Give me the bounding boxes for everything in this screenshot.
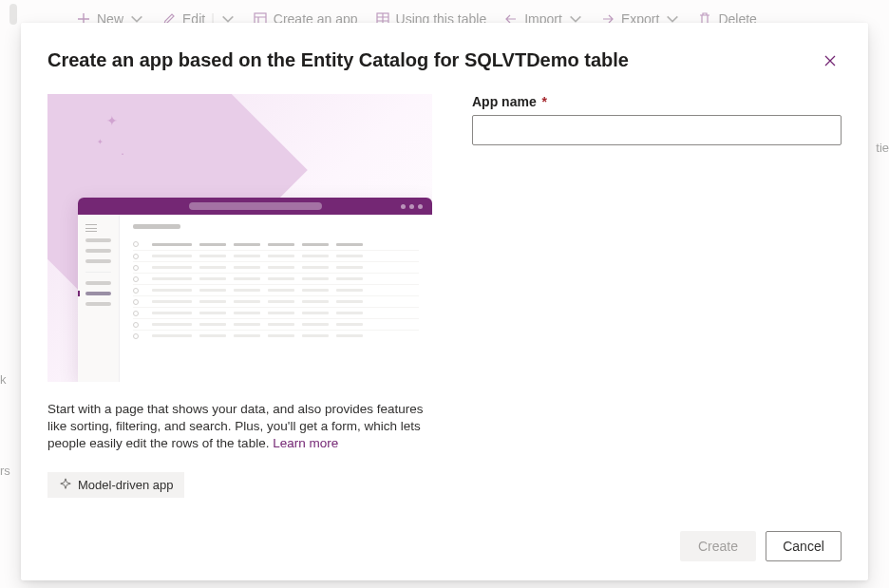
- illustration: ✦ ✦ •: [47, 94, 432, 382]
- dialog-title: Create an app based on the Entity Catalo…: [47, 49, 629, 71]
- cancel-button[interactable]: Cancel: [766, 531, 842, 561]
- dialog-header: Create an app based on the Entity Catalo…: [47, 49, 842, 75]
- app-name-label: App name *: [472, 94, 842, 109]
- dialog-footer: Create Cancel: [47, 531, 842, 561]
- required-indicator: *: [542, 94, 547, 109]
- create-app-dialog: Create an app based on the Entity Catalo…: [21, 23, 868, 580]
- app-name-label-text: App name: [472, 94, 537, 109]
- dialog-body: ✦ ✦ •: [47, 94, 842, 520]
- sparkle-icon: •: [122, 151, 123, 157]
- close-icon: [823, 53, 838, 68]
- sparkle-icon: ✦: [106, 113, 118, 128]
- badge-label: Model-driven app: [78, 478, 173, 492]
- sparkle-icon: [59, 478, 72, 491]
- description: Start with a page that shows your data, …: [47, 401, 432, 453]
- app-type-badge: Model-driven app: [47, 472, 184, 498]
- create-button[interactable]: Create: [680, 531, 756, 561]
- close-button[interactable]: [819, 49, 842, 75]
- description-text: Start with a page that shows your data, …: [47, 402, 423, 450]
- dialog-right-column: App name *: [472, 94, 842, 520]
- sparkle-icon: ✦: [97, 138, 104, 146]
- app-name-input[interactable]: [472, 115, 842, 145]
- illustration-app-frame: [78, 198, 432, 382]
- dialog-left-column: ✦ ✦ •: [47, 94, 432, 520]
- learn-more-link[interactable]: Learn more: [273, 436, 338, 450]
